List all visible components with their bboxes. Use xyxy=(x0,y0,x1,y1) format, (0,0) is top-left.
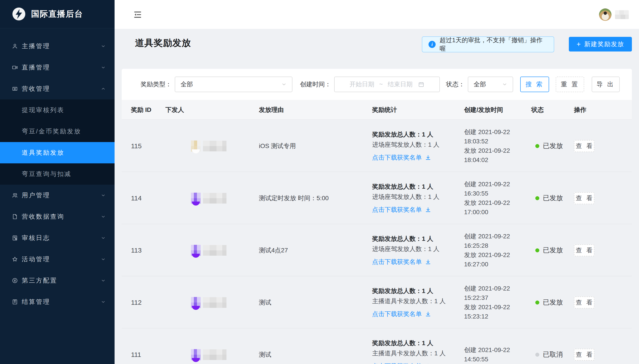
reward-id-cell: 111 xyxy=(131,328,158,364)
column-header: 下发人 xyxy=(165,100,252,120)
download-icon xyxy=(425,363,431,364)
sidebar-item-7[interactable]: 活动管理 xyxy=(0,248,115,270)
view-button[interactable]: 查 看 xyxy=(574,349,594,361)
sidebar-item-3[interactable]: 营收管理 xyxy=(0,78,115,100)
app-logo-row: 国际直播后台 xyxy=(0,0,115,28)
download-winner-list-link[interactable]: 点击下载获奖名单 xyxy=(372,152,457,163)
status-cell: 已发放 xyxy=(531,224,567,276)
table-body: 115 iOS 测试专用 奖励发放总人数：1 人 进场座驾发放人数：1 人 点击… xyxy=(122,120,632,364)
topbar-user[interactable] xyxy=(599,8,629,21)
view-button[interactable]: 查 看 xyxy=(574,140,594,152)
search-button[interactable]: 搜 索 xyxy=(520,76,549,92)
issuer-cell xyxy=(165,224,252,276)
reward-id-cell: 114 xyxy=(131,172,158,224)
start-date-placeholder: 开始日期 xyxy=(349,80,374,88)
reset-button[interactable]: 重 置 xyxy=(556,76,584,92)
sidebar-item-4[interactable]: 用户管理 xyxy=(0,185,115,206)
chevron-down-icon xyxy=(101,65,106,70)
reward-type-value: 全部 xyxy=(181,80,193,88)
action-cell: 查 看 xyxy=(574,120,632,172)
audit-icon xyxy=(12,234,18,241)
status-label: 状态： xyxy=(446,80,465,88)
chevron-down-icon xyxy=(101,300,106,304)
issuer-avatar-redacted xyxy=(191,140,201,152)
column-header: 状态 xyxy=(531,100,567,120)
issuer-avatar-redacted xyxy=(191,349,201,360)
stat-sub: 进场座驾发放人数：1 人 xyxy=(372,192,457,202)
chevron-down-icon xyxy=(502,82,507,87)
action-cell: 查 看 xyxy=(574,276,632,328)
submenu-item[interactable]: 弯豆/金币奖励发放 xyxy=(0,121,115,142)
column-header: 奖励 ID xyxy=(131,100,158,120)
view-button[interactable]: 查 看 xyxy=(574,192,594,204)
issuer-cell xyxy=(165,172,252,224)
reason-cell: 测试4点27 xyxy=(259,224,365,276)
stats-cell: 奖励发放总人数：1 人 进场座驾发放人数：1 人 点击下载获奖名单 xyxy=(372,172,457,224)
stat-total: 奖励发放总人数：1 人 xyxy=(372,286,457,296)
sidebar-item-2[interactable]: 直播管理 xyxy=(0,57,115,78)
status-text: 已发放 xyxy=(543,246,563,255)
download-winner-list-link[interactable]: 点击下载获奖名单 xyxy=(372,205,457,215)
table-row: 111 测试 奖励发放总人数：1 人 主播道具卡发放人数：1 人 点击下载获奖名… xyxy=(122,328,632,364)
info-alert: i 超过1天的审批，不支持「撤销」操作喔 xyxy=(422,36,554,52)
chevron-down-icon xyxy=(101,257,106,262)
download-icon xyxy=(425,311,431,317)
reason-cell: 测试 xyxy=(259,328,365,364)
table-row: 112 测试 奖励发放总人数：1 人 主播道具卡发放人数：1 人 点击下载获奖名… xyxy=(122,276,632,328)
download-winner-list-link[interactable]: 点击下载获奖名单 xyxy=(372,309,457,319)
stat-total: 奖励发放总人数：1 人 xyxy=(372,130,457,140)
filter-row: 奖励类型： 全部 创建时间： 开始日期 ~ 结束日期 状态： xyxy=(122,69,632,100)
create-reward-button[interactable]: + 新建奖励发放 xyxy=(569,37,632,52)
download-icon xyxy=(425,154,431,161)
sidebar-item-8[interactable]: 第三方配置 xyxy=(0,270,115,291)
app-logo-icon xyxy=(13,8,25,20)
stats-cell: 奖励发放总人数：1 人 进场座驾发放人数：1 人 点击下载获奖名单 xyxy=(372,224,457,276)
view-button[interactable]: 查 看 xyxy=(574,296,594,308)
sidebar-item-1[interactable]: 主播管理 xyxy=(0,36,115,57)
submenu-item-active[interactable]: 道具奖励发放 xyxy=(0,142,115,163)
sidebar-item-label: 主播管理 xyxy=(22,42,101,50)
stats-cell: 奖励发放总人数：1 人 进场座驾发放人数：1 人 点击下载获奖名单 xyxy=(372,120,457,172)
sidebar-item-6[interactable]: 审核日志 xyxy=(0,227,115,248)
column-header: 发放理由 xyxy=(259,100,365,120)
menu-fold-icon[interactable] xyxy=(133,10,143,20)
sidebar-item-5[interactable]: 营收数据查询 xyxy=(0,206,115,227)
issuer-cell xyxy=(165,328,252,364)
time-cell: 创建 2021-09-2215:22:37发放 2021-09-2215:23:… xyxy=(464,276,524,328)
info-icon: i xyxy=(428,41,436,48)
range-separator: ~ xyxy=(379,81,383,88)
submenu-item[interactable]: 提现审核列表 xyxy=(0,100,115,121)
issuer-cell xyxy=(165,276,252,328)
lightning-bolt-icon xyxy=(15,9,23,19)
status-dot xyxy=(535,196,539,200)
stat-sub: 进场座驾发放人数：1 人 xyxy=(372,140,457,150)
time-cell: 创建 2021-09-2214:50:55 xyxy=(464,328,524,364)
download-winner-list-link[interactable]: 点击下载获奖名单 xyxy=(372,257,457,267)
status-cell: 已发放 xyxy=(531,120,567,172)
sidebar-item-label: 营收管理 xyxy=(22,84,101,93)
date-range-input[interactable]: 开始日期 ~ 结束日期 xyxy=(334,76,440,92)
sidebar-item-9[interactable]: 结算管理 xyxy=(0,291,115,312)
chevron-up-icon xyxy=(101,86,106,91)
status-dot xyxy=(535,144,539,148)
table-row: 113 测试4点27 奖励发放总人数：1 人 进场座驾发放人数：1 人 点击下载… xyxy=(122,224,632,276)
create-reward-label: 新建奖励发放 xyxy=(584,40,624,48)
main-content: 道具奖励发放 i 超过1天的审批，不支持「撤销」操作喔 + 新建奖励发放 奖励类… xyxy=(115,29,639,364)
view-button[interactable]: 查 看 xyxy=(574,244,594,256)
download-winner-list-link[interactable]: 点击下载获奖名单 xyxy=(372,361,457,364)
sidebar-item-label: 营收数据查询 xyxy=(22,212,101,221)
alert-text: 超过1天的审批，不支持「撤销」操作喔 xyxy=(440,36,547,53)
end-date-placeholder: 结束日期 xyxy=(388,80,412,88)
user-avatar[interactable] xyxy=(599,8,611,21)
reward-id-cell: 115 xyxy=(131,120,158,172)
issuer-name-redacted xyxy=(203,297,227,308)
reward-type-select[interactable]: 全部 xyxy=(175,76,292,92)
export-button[interactable]: 导 出 xyxy=(592,76,620,92)
issuer-name-redacted xyxy=(203,349,227,360)
issuer-avatar-redacted xyxy=(191,193,201,204)
status-select[interactable]: 全部 xyxy=(468,76,513,92)
chevron-down-icon xyxy=(101,193,106,198)
reward-id-cell: 113 xyxy=(131,224,158,276)
reason-cell: 测试定时发放 时间：5:00 xyxy=(259,172,365,224)
submenu-item[interactable]: 弯豆查询与扣减 xyxy=(0,163,115,185)
